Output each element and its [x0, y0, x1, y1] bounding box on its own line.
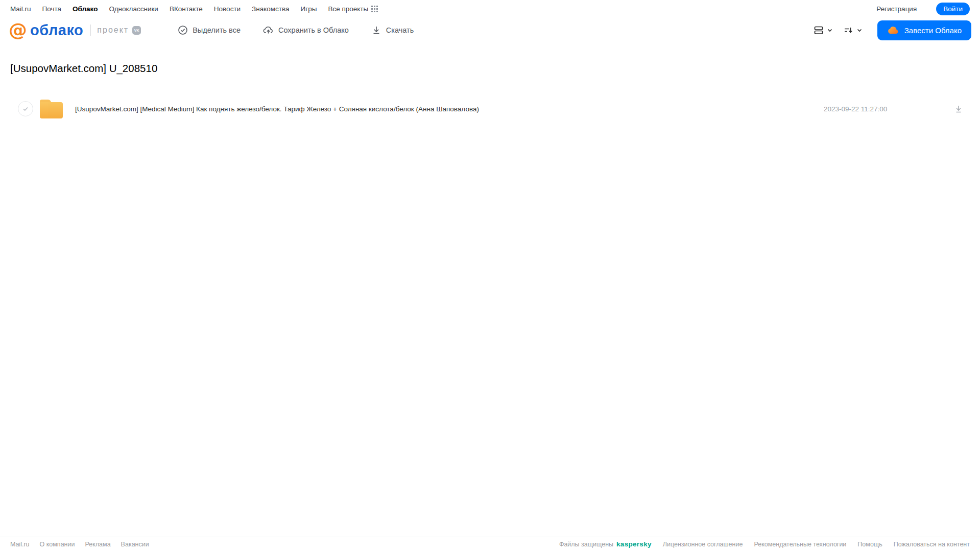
list-view-icon: [813, 25, 824, 36]
file-date: 2023-09-22 11:27:00: [824, 105, 951, 113]
portal-navbar: Mail.ru Почта Облако Одноклассники ВКонт…: [0, 0, 980, 17]
kaspersky-protected: Файлы защищены kaspersky: [559, 540, 652, 548]
check-icon: [22, 105, 29, 112]
footer: Mail.ru О компании Реклама Вакансии Файл…: [0, 537, 980, 551]
footer-link-mailru[interactable]: Mail.ru: [10, 541, 30, 548]
chevron-down-icon: [856, 27, 863, 34]
portal-link-all-projects[interactable]: Все проекты: [328, 5, 368, 13]
kaspersky-logo: kaspersky: [616, 540, 652, 548]
project-vk-label: проект: [97, 26, 129, 35]
portal-link-vkontakte[interactable]: ВКонтакте: [170, 5, 203, 13]
logo-wordmark: облако: [30, 23, 83, 38]
download-label: Скачать: [386, 26, 414, 34]
download-button[interactable]: Скачать: [371, 25, 414, 35]
check-circle-icon: [178, 25, 188, 35]
select-all-label: Выделить все: [193, 26, 241, 34]
view-mode-button[interactable]: [812, 23, 834, 37]
row-checkbox[interactable]: [18, 101, 33, 116]
toolbar-actions: Выделить все Сохранить в Облако Скачать: [178, 25, 414, 35]
chevron-down-icon: [826, 27, 833, 34]
footer-link-about[interactable]: О компании: [40, 541, 75, 548]
cloud-icon: [887, 26, 899, 35]
footer-link-recommendation-tech[interactable]: Рекомендательные технологии: [754, 541, 846, 548]
file-name[interactable]: [UsupovMarket.com] [Medical Medium] Как …: [75, 105, 824, 113]
portal-link-pochta[interactable]: Почта: [42, 5, 62, 13]
footer-link-license[interactable]: Лицензионное соглашение: [663, 541, 743, 548]
save-to-cloud-button[interactable]: Сохранить в Облако: [263, 25, 349, 35]
vk-badge-icon: VK: [132, 26, 141, 35]
footer-link-ads[interactable]: Реклама: [85, 541, 110, 548]
download-icon: [953, 104, 964, 114]
footer-right: Файлы защищены kaspersky Лицензионное со…: [559, 540, 970, 548]
portal-link-mailru[interactable]: Mail.ru: [10, 5, 31, 13]
cloud-logo[interactable]: @ облако: [9, 21, 83, 39]
registration-link[interactable]: Регистрация: [876, 5, 917, 13]
portal-link-znakomstva[interactable]: Знакомства: [252, 5, 289, 13]
get-cloud-label: Завести Облако: [904, 26, 962, 35]
sort-button[interactable]: [842, 23, 864, 37]
projects-grid-icon[interactable]: [371, 6, 378, 12]
login-button[interactable]: Войти: [936, 3, 970, 15]
mailru-at-icon: @: [9, 21, 27, 39]
footer-link-help[interactable]: Помощь: [857, 541, 882, 548]
get-cloud-button[interactable]: Завести Облако: [877, 20, 971, 40]
page-title: [UsupovMarket.com] U_208510: [10, 62, 980, 75]
portal-link-oblako[interactable]: Облако: [73, 5, 98, 13]
file-row[interactable]: [UsupovMarket.com] [Medical Medium] Как …: [10, 96, 980, 122]
cloud-upload-icon: [263, 25, 274, 35]
footer-link-report-content[interactable]: Пожаловаться на контент: [894, 541, 970, 548]
protected-label: Файлы защищены: [559, 541, 613, 548]
header-right-controls: Завести Облако: [812, 20, 971, 40]
download-icon: [371, 25, 381, 35]
footer-link-jobs[interactable]: Вакансии: [121, 541, 149, 548]
logo-divider: [90, 25, 91, 36]
content-area: [UsupovMarket.com] U_208510 [UsupovMarke…: [0, 62, 980, 122]
main-header: @ облако проект VK Выделить все Сохранит…: [0, 17, 980, 43]
folder-icon[interactable]: [40, 100, 63, 118]
row-download-button[interactable]: [951, 102, 966, 116]
portal-link-igry[interactable]: Игры: [301, 5, 317, 13]
portal-link-odnoklassniki[interactable]: Одноклассники: [109, 5, 158, 13]
select-all-button[interactable]: Выделить все: [178, 25, 241, 35]
portal-link-novosti[interactable]: Новости: [214, 5, 241, 13]
sort-icon: [843, 25, 854, 36]
save-to-cloud-label: Сохранить в Облако: [278, 26, 349, 34]
all-projects[interactable]: Все проекты: [328, 5, 378, 13]
